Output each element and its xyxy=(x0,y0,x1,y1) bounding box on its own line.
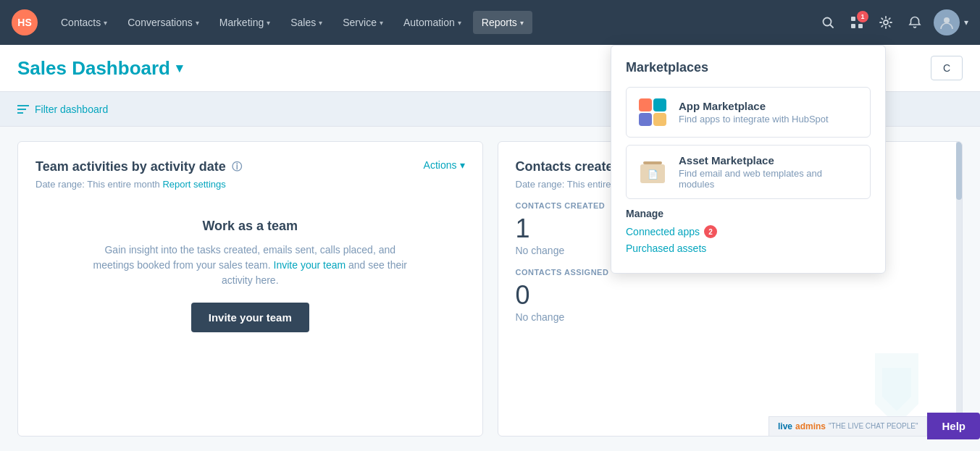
nav-item-automation[interactable]: Automation ▾ xyxy=(395,11,470,34)
svg-rect-14 xyxy=(653,98,666,111)
nav-item-sales[interactable]: Sales ▾ xyxy=(282,11,331,34)
connected-apps-badge: 2 xyxy=(704,225,717,238)
live-text: live xyxy=(778,421,792,431)
top-navigation: HS Contacts ▾ Conversations ▾ Marketing … xyxy=(0,0,980,45)
app-marketplace-item[interactable]: App Marketplace Find apps to integrate w… xyxy=(626,87,871,138)
svg-point-9 xyxy=(944,17,950,23)
connected-apps-link[interactable]: Connected apps 2 xyxy=(626,225,871,238)
contacts-assigned-section: CONTACTS ASSIGNED 0 No change xyxy=(516,268,945,323)
scroll-thumb[interactable] xyxy=(956,142,962,200)
svg-text:📄: 📄 xyxy=(648,169,658,180)
asset-marketplace-info: Asset Marketplace Find email and web tem… xyxy=(679,154,860,190)
hubspot-logo[interactable]: HS xyxy=(12,9,38,35)
subheader-right: C xyxy=(931,56,963,80)
svg-line-3 xyxy=(831,25,834,28)
app-marketplace-icon xyxy=(637,96,669,128)
dashboard-dropdown-icon[interactable]: ▾ xyxy=(176,60,183,76)
svg-rect-7 xyxy=(858,24,863,28)
settings-button[interactable] xyxy=(873,9,899,35)
live-chat-tagline: "THE LIVE CHAT PEOPLE" xyxy=(829,422,918,430)
chevron-down-icon: ▾ xyxy=(380,19,383,27)
nav-item-conversations[interactable]: Conversations ▾ xyxy=(119,11,208,34)
live-chat-widget: live admins "THE LIVE CHAT PEOPLE" Help xyxy=(768,413,980,439)
asset-marketplace-item[interactable]: 📄 Asset Marketplace Find email and web t… xyxy=(626,145,871,199)
svg-rect-15 xyxy=(639,113,652,126)
svg-rect-13 xyxy=(639,98,652,111)
info-icon[interactable]: ⓘ xyxy=(232,161,242,174)
app-marketplace-desc: Find apps to integrate with HubSpot xyxy=(679,114,829,125)
card-title: Team activities by activity date ⓘ xyxy=(35,159,465,174)
card-actions-button[interactable]: Actions ▾ xyxy=(424,159,465,171)
asset-marketplace-title: Asset Marketplace xyxy=(679,154,860,167)
chevron-down-icon: ▾ xyxy=(520,19,524,27)
svg-point-2 xyxy=(824,18,832,26)
purchased-assets-link[interactable]: Purchased assets xyxy=(626,243,871,254)
avatar-chevron-icon[interactable]: ▾ xyxy=(964,17,968,28)
chevron-down-icon: ▾ xyxy=(196,19,199,27)
marketplace-dropdown: Marketplaces App Marketplace Find apps t… xyxy=(611,45,886,274)
notifications-button[interactable] xyxy=(902,9,928,35)
contacts-assigned-change: No change xyxy=(516,311,945,323)
chevron-down-icon: ▾ xyxy=(460,159,465,171)
nav-menu: Contacts ▾ Conversations ▾ Marketing ▾ S… xyxy=(52,11,815,34)
scrollbar[interactable] xyxy=(956,142,962,436)
empty-state-title: Work as a team xyxy=(202,219,298,234)
user-avatar[interactable] xyxy=(934,9,960,35)
search-button[interactable] xyxy=(815,9,841,35)
marketplace-badge: 1 xyxy=(857,11,868,22)
live-chat-logo: live admins "THE LIVE CHAT PEOPLE" xyxy=(768,416,927,437)
card-date-range: Date range: This entire month Report set… xyxy=(35,179,465,190)
svg-rect-4 xyxy=(851,17,855,21)
manage-title: Manage xyxy=(626,208,871,219)
empty-state-desc: Gain insight into the tasks created, ema… xyxy=(91,243,409,288)
dashboard-title[interactable]: Sales Dashboard ▾ xyxy=(17,57,183,80)
svg-point-8 xyxy=(884,20,888,25)
svg-rect-18 xyxy=(643,161,662,164)
chevron-down-icon: ▾ xyxy=(267,19,270,27)
filter-icon xyxy=(17,104,29,114)
filter-dashboard-button[interactable]: Filter dashboard xyxy=(17,104,108,115)
invite-team-link[interactable]: Invite your team xyxy=(274,259,346,271)
nav-item-service[interactable]: Service ▾ xyxy=(334,11,392,34)
contacts-assigned-value: 0 xyxy=(516,282,945,308)
report-settings-link[interactable]: Report settings xyxy=(162,179,225,190)
app-marketplace-title: App Marketplace xyxy=(679,100,829,112)
invite-team-button[interactable]: Invite your team xyxy=(191,303,309,332)
marketplace-button[interactable]: 1 xyxy=(844,9,870,35)
customize-button[interactable]: C xyxy=(931,56,963,80)
nav-item-marketing[interactable]: Marketing ▾ xyxy=(211,11,279,34)
chevron-down-icon: ▾ xyxy=(104,19,107,27)
empty-state: Work as a team Gain insight into the tas… xyxy=(35,204,465,347)
nav-item-reports[interactable]: Reports ▾ xyxy=(473,11,532,34)
svg-rect-6 xyxy=(851,24,855,28)
team-activities-card: Team activities by activity date ⓘ Actio… xyxy=(17,141,483,437)
asset-marketplace-icon: 📄 xyxy=(637,156,669,188)
svg-rect-16 xyxy=(653,113,666,126)
chevron-down-icon: ▾ xyxy=(319,19,322,27)
help-button[interactable]: Help xyxy=(927,413,980,439)
marketplace-dropdown-title: Marketplaces xyxy=(626,60,871,75)
svg-text:HS: HS xyxy=(17,17,31,28)
app-marketplace-info: App Marketplace Find apps to integrate w… xyxy=(679,100,829,125)
chevron-down-icon: ▾ xyxy=(458,19,461,27)
admins-text: admins xyxy=(795,421,826,431)
nav-right-icons: 1 ▾ xyxy=(815,9,968,35)
asset-marketplace-desc: Find email and web templates and modules xyxy=(679,168,860,190)
nav-item-contacts[interactable]: Contacts ▾ xyxy=(52,11,116,34)
